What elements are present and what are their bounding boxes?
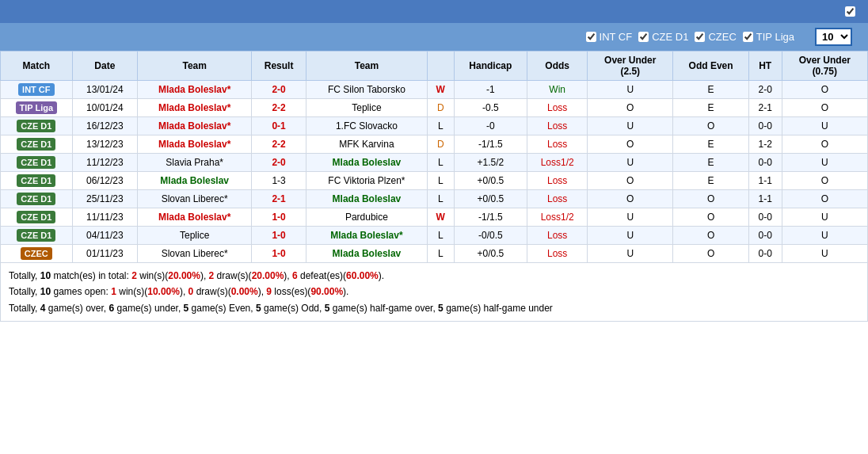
- cell-result: 2-0: [252, 154, 306, 172]
- cell-handicap: +0/0.5: [454, 245, 527, 263]
- cell-team2: Mlada Boleslav*: [306, 227, 427, 245]
- cell-team1: Slovan Liberec*: [138, 190, 252, 208]
- cell-team2: Mlada Boleslav: [306, 154, 427, 172]
- cell-ht: 0-0: [748, 245, 782, 263]
- cell-result: 2-0: [252, 81, 306, 99]
- table-header-row: Match Date Team Result Team Handicap Odd…: [1, 52, 868, 81]
- table-row: CZE D111/11/23Mlada Boleslav*1-0Pardubic…: [1, 208, 868, 227]
- table-row: CZEC01/11/23Slovan Liberec*1-0Mlada Bole…: [1, 245, 868, 263]
- cell-date: 25/11/23: [72, 190, 137, 208]
- filter-czec-checkbox[interactable]: [695, 32, 705, 42]
- cell-wdl: L: [427, 227, 454, 245]
- col-wdl: [427, 52, 454, 81]
- filter-intcf-checkbox[interactable]: [586, 32, 596, 42]
- cell-ou25: U: [588, 81, 673, 99]
- table-row: CZE D116/12/23Mlada Boleslav*0-11.FC Slo…: [1, 117, 868, 135]
- col-ht: HT: [748, 52, 782, 81]
- cell-oddeven: E: [673, 172, 748, 190]
- col-ou075: Over Under(0.75): [782, 52, 867, 81]
- cell-handicap: -0: [454, 117, 527, 135]
- filter-czed1-checkbox[interactable]: [638, 32, 649, 42]
- scores-table: Match Date Team Result Team Handicap Odd…: [0, 51, 868, 263]
- cell-team2: Teplice: [306, 99, 427, 117]
- filter-czed1: CZE D1: [638, 31, 688, 43]
- cell-ht: 0-0: [748, 208, 782, 227]
- cell-odds: Loss: [527, 245, 588, 263]
- table-row: INT CF13/01/24Mlada Boleslav*2-0FC Silon…: [1, 81, 868, 99]
- table-body: INT CF13/01/24Mlada Boleslav*2-0FC Silon…: [1, 81, 868, 263]
- cell-ht: 0-0: [748, 154, 782, 172]
- cell-wdl: W: [427, 81, 454, 99]
- cell-ou075: U: [782, 154, 867, 172]
- cell-wdl: L: [427, 190, 454, 208]
- cell-ou075: O: [782, 135, 867, 154]
- cell-team1: Slavia Praha*: [138, 154, 252, 172]
- filter-tipliga-checkbox[interactable]: [743, 32, 753, 42]
- cell-date: 13/01/24: [72, 81, 137, 99]
- cell-ou075: U: [782, 227, 867, 245]
- cell-odds: Win: [527, 81, 588, 99]
- display-notes-label[interactable]: [845, 6, 858, 17]
- cell-ht: 1-2: [748, 135, 782, 154]
- cell-odds: Loss: [527, 117, 588, 135]
- cell-result: 2-1: [252, 190, 306, 208]
- cell-ht: 2-0: [748, 81, 782, 99]
- cell-team1: Mlada Boleslav*: [138, 208, 252, 227]
- games-select[interactable]: 10 5 15 20 All: [815, 28, 852, 46]
- cell-ou25: U: [588, 117, 673, 135]
- cell-handicap: +0/0.5: [454, 190, 527, 208]
- col-odds: Odds: [527, 52, 588, 81]
- table-row: CZE D104/11/23Teplice1-0Mlada Boleslav*L…: [1, 227, 868, 245]
- col-team2: Team: [306, 52, 427, 81]
- cell-ht: 1-1: [748, 190, 782, 208]
- cell-result: 1-0: [252, 227, 306, 245]
- cell-result: 2-2: [252, 99, 306, 117]
- cell-ou25: U: [588, 245, 673, 263]
- footer-line3: Totally, 4 game(s) over, 6 game(s) under…: [9, 300, 859, 316]
- cell-comp: CZE D1: [1, 208, 73, 227]
- cell-team2: FC Viktoria Plzen*: [306, 172, 427, 190]
- cell-date: 10/01/24: [72, 99, 137, 117]
- col-team1: Team: [138, 52, 252, 81]
- cell-comp: TIP Liga: [1, 99, 73, 117]
- cell-wdl: D: [427, 99, 454, 117]
- cell-odds: Loss: [527, 227, 588, 245]
- cell-comp: CZE D1: [1, 227, 73, 245]
- cell-ou25: O: [588, 99, 673, 117]
- cell-result: 2-2: [252, 135, 306, 154]
- display-notes-checkbox[interactable]: [845, 6, 855, 17]
- table-row: TIP Liga10/01/24Mlada Boleslav*2-2Teplic…: [1, 99, 868, 117]
- table-row: CZE D113/12/23Mlada Boleslav*2-2MFK Karv…: [1, 135, 868, 154]
- filter-intcf: INT CF: [586, 31, 633, 43]
- cell-team1: Mlada Boleslav: [138, 172, 252, 190]
- table-row: CZE D106/12/23Mlada Boleslav1-3FC Viktor…: [1, 172, 868, 190]
- col-oddeven: Odd Even: [673, 52, 748, 81]
- cell-wdl: W: [427, 208, 454, 227]
- table-row: CZE D111/12/23Slavia Praha*2-0Mlada Bole…: [1, 154, 868, 172]
- cell-date: 13/12/23: [72, 135, 137, 154]
- cell-oddeven: O: [673, 117, 748, 135]
- cell-team1: Mlada Boleslav*: [138, 117, 252, 135]
- col-ou25: Over Under(2.5): [588, 52, 673, 81]
- cell-oddeven: O: [673, 208, 748, 227]
- cell-ou25: O: [588, 172, 673, 190]
- cell-ht: 1-1: [748, 172, 782, 190]
- cell-comp: CZEC: [1, 245, 73, 263]
- col-date: Date: [72, 52, 137, 81]
- cell-team1: Mlada Boleslav*: [138, 81, 252, 99]
- cell-comp: CZE D1: [1, 154, 73, 172]
- cell-handicap: -0/0.5: [454, 227, 527, 245]
- cell-wdl: L: [427, 117, 454, 135]
- cell-ou075: U: [782, 245, 867, 263]
- col-match: Match: [1, 52, 73, 81]
- cell-ou25: U: [588, 154, 673, 172]
- col-result: Result: [252, 52, 306, 81]
- footer-line2: Totally, 10 games open: 1 win(s)(10.00%)…: [9, 284, 859, 299]
- cell-odds: Loss1/2: [527, 154, 588, 172]
- cell-handicap: -1: [454, 81, 527, 99]
- cell-team2: 1.FC Slovacko: [306, 117, 427, 135]
- cell-ou25: U: [588, 208, 673, 227]
- cell-comp: CZE D1: [1, 172, 73, 190]
- cell-team1: Teplice: [138, 227, 252, 245]
- cell-odds: Loss: [527, 190, 588, 208]
